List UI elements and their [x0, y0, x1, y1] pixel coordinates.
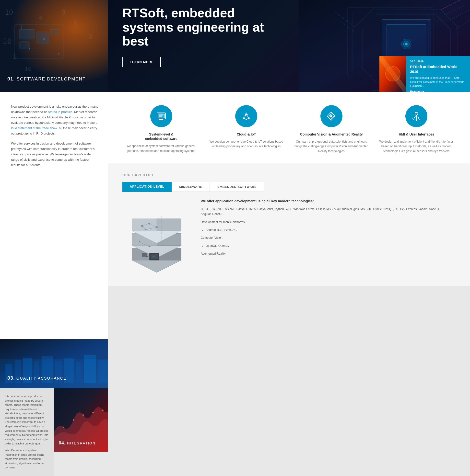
svg-rect-62: [158, 119, 164, 120]
service-cloud-name: Cloud & IoT: [208, 132, 285, 136]
svg-text:CPU: CPU: [152, 256, 154, 257]
svg-rect-20: [37, 32, 49, 44]
ar-label: Augmented Reality: [201, 251, 441, 256]
read-more-link[interactable]: Read more: [410, 90, 466, 92]
cloud-icon: [235, 105, 257, 127]
svg-text:10: 10: [24, 66, 32, 72]
software-dev-description: New product development is a risky endea…: [0, 92, 108, 339]
qa-title: 03. QUALITY ASSURANCE: [7, 375, 67, 381]
software-dev-hero: 10 1 10 1 10 0 1 0 1 0: [0, 0, 108, 92]
software-dev-title: 01. SOFTWARE DEVELOPMENT: [7, 76, 86, 82]
svg-rect-32: [84, 355, 96, 383]
expertise-content: CPU We offer application development usi…: [108, 192, 470, 286]
bottom-section: It is common when a product or project i…: [0, 388, 108, 476]
integration-hero: 04. INTEGRATION: [54, 388, 108, 452]
service-cv: Computer Vision & Augmented Reality Our …: [292, 105, 370, 153]
svg-point-78: [330, 115, 332, 117]
cv-icon: [320, 105, 343, 127]
svg-rect-31: [76, 362, 81, 383]
mobile-label: Development for mobile platforms:: [201, 220, 441, 224]
hmi-icon: [405, 105, 427, 127]
integration-para: It is common when a product or project i…: [5, 394, 49, 446]
system-icon: [150, 105, 172, 127]
expertise-label: OUR EXPERTISE: [122, 173, 455, 177]
cv-item: OpenGL, OpenCV: [206, 243, 441, 248]
services-section: System-level &embedded software We speci…: [108, 92, 470, 163]
svg-point-55: [405, 43, 408, 45]
news-card: 30.01.2019 RTSoft at Embedded World 2019…: [380, 56, 470, 92]
cv-label: Computer Vision:: [201, 235, 441, 240]
expertise-tabs: APPLICATION LEVEL MIDDLEWARE EMBEDDED SO…: [122, 182, 455, 192]
learn-more-button[interactable]: LEARN MORE: [122, 57, 161, 67]
hero-section: RTSoft, embedded systems engineering at …: [108, 0, 470, 92]
svg-point-37: [83, 414, 84, 416]
expertise-text-content: We offer application development using a…: [201, 192, 455, 273]
service-system-name: System-level &embedded software: [122, 132, 200, 141]
integration-title: 04. INTEGRATION: [59, 441, 95, 446]
service-cloud: Cloud & IoT We develop comprehensive Clo…: [208, 105, 285, 153]
svg-rect-18: [19, 29, 34, 39]
svg-rect-98: [142, 253, 147, 256]
service-cv-desc: Our team of professional data scientists…: [292, 139, 370, 153]
svg-rect-21: [51, 29, 59, 34]
svg-text:0: 0: [88, 33, 92, 41]
services-grid: System-level &embedded software We speci…: [122, 105, 455, 153]
cv-list: OpenGL, OpenCV: [206, 243, 441, 248]
svg-rect-33: [98, 360, 108, 383]
svg-point-35: [63, 426, 64, 428]
quality-assurance-section: 03. QUALITY ASSURANCE: [0, 339, 108, 388]
service-hmi: HMI & User Interfaces We design and impl…: [378, 105, 455, 153]
news-headline: RTSoft at Embedded World 2019: [410, 64, 466, 74]
svg-point-58: [386, 67, 400, 81]
svg-point-39: [102, 409, 104, 411]
tab-middleware[interactable]: MIDDLEWARE: [172, 182, 210, 192]
svg-point-104: [139, 241, 140, 242]
svg-text:10: 10: [5, 8, 13, 17]
service-cloud-desc: We develop comprehensive Cloud & IoT sol…: [208, 139, 285, 149]
tab-embedded-software[interactable]: EMBEDDED SOFTWARE: [210, 182, 264, 192]
service-cv-name: Computer Vision & Augmented Reality: [292, 132, 370, 136]
service-hmi-name: HMI & User Interfaces: [378, 132, 455, 136]
technologies-list: C, C++, C#, .NET, ASP.NET, Java, HTML5 &…: [201, 207, 441, 217]
expertise-diagram: CPU: [122, 192, 191, 273]
service-system: System-level &embedded software We speci…: [122, 105, 200, 153]
tab-application-level[interactable]: APPLICATION LEVEL: [122, 182, 172, 192]
news-date: 30.01.2019: [410, 60, 466, 63]
svg-rect-84: [415, 113, 418, 113]
news-info: 30.01.2019 RTSoft at Embedded World 2019…: [406, 56, 470, 92]
integration-para-2: We offer service of system integration i…: [5, 448, 49, 470]
svg-rect-61: [159, 119, 163, 119]
news-description: We are pleased to announce that RTSoft G…: [410, 76, 466, 88]
mobile-platforms-list: Android, iOS, Tizen, AGL: [206, 227, 441, 232]
software-para-1: New product development is a risky endea…: [11, 104, 99, 136]
expertise-section: OUR EXPERTISE APPLICATION LEVEL MIDDLEWA…: [108, 163, 470, 192]
svg-rect-19: [19, 42, 29, 49]
svg-point-105: [149, 246, 150, 247]
svg-text:0: 0: [61, 8, 66, 17]
hero-content: RTSoft, embedded systems engineering at …: [122, 6, 274, 92]
svg-text:10: 10: [2, 37, 12, 46]
left-column: 10 1 10 1 10 0 1 0 1 0: [0, 0, 108, 476]
svg-text:1: 1: [73, 19, 77, 26]
svg-text:0: 0: [39, 15, 42, 21]
service-hmi-desc: We design and implement efficient and fr…: [378, 139, 455, 153]
svg-text:1: 1: [12, 52, 17, 60]
right-column: RTSoft, embedded systems engineering at …: [108, 0, 470, 476]
expertise-heading: We offer application development using a…: [201, 199, 441, 203]
hero-title: RTSoft, embedded systems engineering at …: [122, 6, 274, 48]
software-para-2: We offer services in design and developm…: [11, 141, 99, 168]
svg-marker-109: [132, 219, 157, 231]
service-system-desc: We specialise at system software for var…: [122, 144, 200, 153]
svg-point-38: [92, 412, 94, 413]
svg-point-36: [73, 419, 74, 421]
mobile-platform-item: Android, iOS, Tizen, AGL: [206, 227, 441, 232]
svg-point-91: [416, 120, 417, 121]
integration-description: It is common when a product or project i…: [0, 388, 54, 476]
news-thumbnail: [380, 56, 406, 92]
svg-marker-108: [157, 219, 181, 231]
